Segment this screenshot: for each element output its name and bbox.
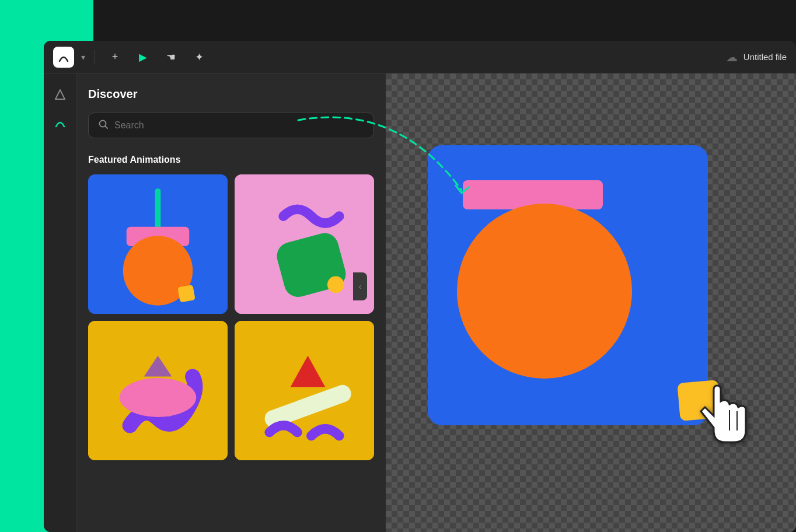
toolbar: ▾ + ▶ ☚ ✦ ☁ Untitled file <box>44 41 796 74</box>
file-info: ☁ Untitled file <box>726 50 787 64</box>
sidebar-item-pen[interactable] <box>48 111 72 134</box>
main-artwork-card <box>428 145 708 425</box>
app-logo[interactable] <box>53 47 74 68</box>
file-name: Untitled file <box>743 52 787 62</box>
svg-point-9 <box>327 276 344 293</box>
pen-tool-button[interactable]: ✦ <box>188 47 210 68</box>
svg-rect-6 <box>177 285 195 302</box>
animation-card-1[interactable] <box>88 174 228 314</box>
section-title: Featured Animations <box>88 155 374 165</box>
svg-point-11 <box>120 378 196 417</box>
sidebar-item-shapes[interactable] <box>48 83 72 106</box>
menu-chevron[interactable]: ▾ <box>81 52 85 62</box>
plus-icon: + <box>112 51 118 63</box>
add-button[interactable]: + <box>104 47 125 68</box>
cursor-hand-icon <box>696 384 755 460</box>
hand-tool-button[interactable]: ☚ <box>160 47 181 68</box>
discover-panel: Discover Featured Animations <box>76 74 386 532</box>
artwork-container <box>428 145 708 425</box>
toolbar-divider <box>95 50 95 64</box>
canvas-area[interactable] <box>386 74 796 532</box>
search-bar[interactable] <box>88 113 374 138</box>
app-window: ▾ + ▶ ☚ ✦ ☁ Untitled file <box>44 41 796 532</box>
svg-rect-13 <box>235 321 374 460</box>
search-icon <box>98 119 109 132</box>
svg-line-1 <box>106 127 108 129</box>
orange-circle <box>457 204 632 379</box>
animations-grid <box>88 174 374 460</box>
play-icon: ▶ <box>139 51 147 64</box>
left-sidebar <box>44 74 76 532</box>
chevron-left-icon: ‹ <box>359 282 362 291</box>
animation-card-3[interactable] <box>88 321 228 460</box>
play-button[interactable]: ▶ <box>132 47 153 68</box>
hand-icon: ☚ <box>166 51 176 64</box>
panel-toggle-button[interactable]: ‹ <box>353 272 367 300</box>
pen-icon: ✦ <box>195 51 204 64</box>
cloud-icon: ☁ <box>726 50 738 64</box>
svg-rect-3 <box>155 188 161 230</box>
search-input[interactable] <box>114 120 364 131</box>
panel-title: Discover <box>88 88 374 101</box>
animation-card-4[interactable] <box>235 321 374 460</box>
